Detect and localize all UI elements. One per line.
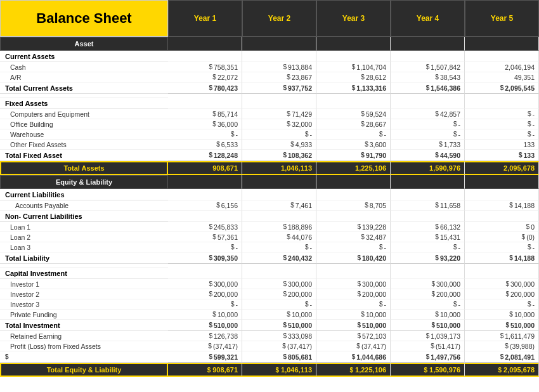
l1-y4: $66,132 xyxy=(391,222,465,232)
ci-h-y2 xyxy=(242,268,316,279)
total-equity-row: $908,671 $1,046,113 $1,225,106 $1,590,97… xyxy=(168,363,539,377)
tfa-y4: $44,590 xyxy=(391,150,465,161)
tca-y4: $1,546,386 xyxy=(391,82,465,94)
ta-y5: 2,095,678 xyxy=(465,161,539,175)
l3-y5: $- xyxy=(465,242,539,252)
loan1-label: Loan 1 xyxy=(0,222,168,232)
pl-y1: $(37,417) xyxy=(168,341,242,351)
asset-y2 xyxy=(242,37,316,51)
tfa-y2: $108,362 xyxy=(242,150,316,161)
fa-h-y2 xyxy=(242,98,316,109)
left-labels: Balance Sheet Asset Current Assets Cash … xyxy=(0,0,168,377)
pf-y3: $10,000 xyxy=(316,310,391,320)
wh-y3: $- xyxy=(316,129,391,140)
tl-y1: $309,350 xyxy=(168,252,242,264)
ca-h-y4 xyxy=(391,51,465,62)
cash-y3: $1,104,704 xyxy=(316,62,391,72)
loan2-label: Loan 2 xyxy=(0,232,168,242)
i2-y4: $200,000 xyxy=(391,289,465,299)
ofa-y5: 133 xyxy=(465,140,539,150)
ap-y4: $11,658 xyxy=(391,200,465,211)
cl-h-y1 xyxy=(168,189,242,200)
ar-label: A/R xyxy=(0,72,168,82)
tca-y1: $780,423 xyxy=(168,82,242,94)
i2-y2: $200,000 xyxy=(242,289,316,299)
ofa-y1: $6,533 xyxy=(168,140,242,150)
equity-liability-header: Equity & Liability xyxy=(0,175,168,189)
asset-y3 xyxy=(316,37,391,51)
warehouse-label: Warehouse xyxy=(0,129,168,140)
warehouse-row: $- $- $- $- $- xyxy=(168,129,539,140)
cash-y5: 2,046,194 xyxy=(465,62,539,72)
l2-y4: $15,431 xyxy=(391,232,465,242)
l3-y4: $- xyxy=(391,242,465,252)
ncl-h-y1 xyxy=(168,211,242,222)
l3-y3: $- xyxy=(316,242,391,252)
fa-h-y1 xyxy=(168,98,242,109)
accounts-payable-label: Accounts Payable xyxy=(0,200,168,211)
i3-y5: $- xyxy=(465,299,539,310)
l1-y3: $139,228 xyxy=(316,222,391,232)
i1-y2: $300,000 xyxy=(242,279,316,289)
cl-h-y4 xyxy=(391,189,465,200)
tl-y3: $180,420 xyxy=(316,252,391,264)
i2-y5: $200,000 xyxy=(465,289,539,299)
asset-y5 xyxy=(465,37,539,51)
non-current-liabilities-header: Non- Current Liabilities xyxy=(0,211,168,222)
tca-y2: $937,752 xyxy=(242,82,316,94)
l1-y5: $0 xyxy=(465,222,539,232)
ar-y3: $28,612 xyxy=(316,72,391,82)
ti-y2: $510,000 xyxy=(242,320,316,331)
cl-h-y5 xyxy=(465,189,539,200)
l1-y1: $245,833 xyxy=(168,222,242,232)
fixed-assets-header: Fixed Assets xyxy=(0,98,168,109)
cl-header-right xyxy=(168,189,539,200)
comp-y5: $- xyxy=(465,109,539,119)
ca-h-y5 xyxy=(465,51,539,62)
tfa-y3: $91,790 xyxy=(316,150,391,161)
cl-h-y2 xyxy=(242,189,316,200)
year4-header: Year 4 xyxy=(391,0,465,37)
i3-y3: $- xyxy=(316,299,391,310)
ob-y2: $32,000 xyxy=(242,119,316,129)
office-building-label: Office Building xyxy=(0,119,168,129)
ap-y1: $6,156 xyxy=(168,200,242,211)
ncl-h-y2 xyxy=(242,211,316,222)
ar-y2: $23,867 xyxy=(242,72,316,82)
i2-y1: $200,000 xyxy=(168,289,242,299)
cash-row: $758,351 $913,884 $1,104,704 $1,507,842 … xyxy=(168,62,539,72)
wh-y1: $- xyxy=(168,129,242,140)
re-y2: $333,098 xyxy=(242,331,316,341)
total-liability-row: $309,350 $240,432 $180,420 $93,220 $14,1… xyxy=(168,252,539,264)
wh-y2: $- xyxy=(242,129,316,140)
i1-y1: $300,000 xyxy=(168,279,242,289)
private-funding-label: Private Funding xyxy=(0,310,168,320)
total-assets-row: 908,671 1,046,113 1,225,106 1,590,976 2,… xyxy=(168,161,539,175)
l2-y1: $57,361 xyxy=(168,232,242,242)
eq-s-y5 xyxy=(465,175,539,189)
ap-y5: $14,188 xyxy=(465,200,539,211)
i2-y3: $200,000 xyxy=(316,289,391,299)
ta-y4: 1,590,976 xyxy=(391,161,465,175)
ncl-h-y3 xyxy=(316,211,391,222)
total-fa-row: $128,248 $108,362 $91,790 $44,590 $133 xyxy=(168,150,539,161)
profit-loss-row: $(37,417) $(37,417) $(37,417) $(51,417) … xyxy=(168,341,539,351)
ob-y1: $36,000 xyxy=(168,119,242,129)
i3-y2: $- xyxy=(242,299,316,310)
total-investment-label: Total Investment xyxy=(0,320,168,331)
loan2-row: $57,361 $44,076 $32,487 $15,431 $(0) xyxy=(168,232,539,242)
ncl-h-y5 xyxy=(465,211,539,222)
tc-y2: $805,681 xyxy=(242,351,316,363)
spreadsheet-container: Balance Sheet Asset Current Assets Cash … xyxy=(0,0,539,377)
office-row: $36,000 $32,000 $28,667 $- $- xyxy=(168,119,539,129)
investor1-row: $300,000 $300,000 $300,000 $300,000 $300… xyxy=(168,279,539,289)
capital-investment-header: Capital Investment xyxy=(0,268,168,279)
private-funding-row: $10,000 $10,000 $10,000 $10,000 $10,000 xyxy=(168,310,539,320)
ob-y3: $28,667 xyxy=(316,119,391,129)
retained-row: $126,738 $333,098 $572,103 $1,039,173 $1… xyxy=(168,331,539,341)
i1-y4: $300,000 xyxy=(391,279,465,289)
tfa-y5: $133 xyxy=(465,150,539,161)
re-y4: $1,039,173 xyxy=(391,331,465,341)
tca-y5: $2,095,545 xyxy=(465,82,539,94)
current-liabilities-header: Current Liabilities xyxy=(0,189,168,200)
